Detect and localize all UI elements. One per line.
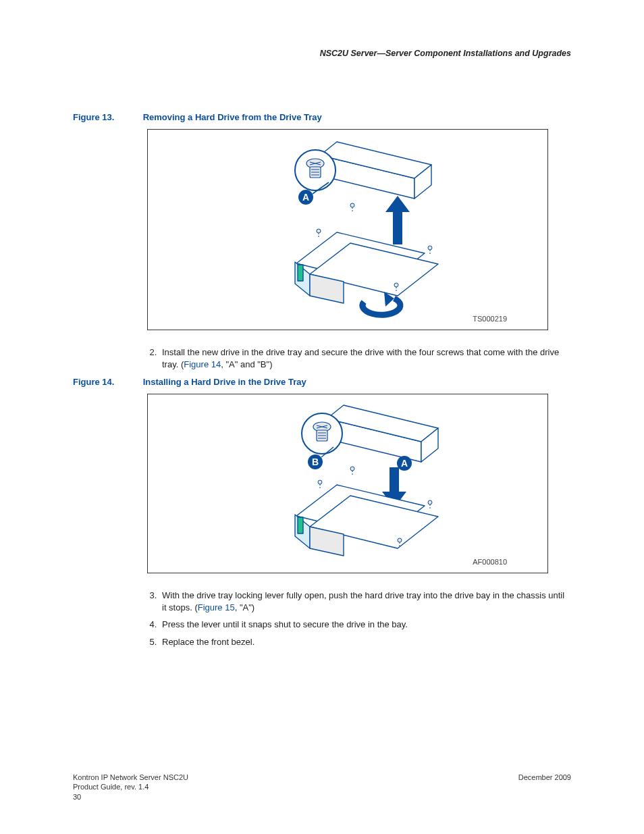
figure-14-link[interactable]: Figure 14 <box>184 359 221 369</box>
figure-13-number: Figure 13. <box>73 112 140 122</box>
step-5: Replace the front bezel. <box>159 636 571 648</box>
footer-date: December 2009 <box>518 773 571 782</box>
svg-point-17 <box>428 246 432 250</box>
footer-line2: Product Guide, rev. 1.4 <box>73 783 149 791</box>
step-4: Press the lever until it snaps shut to s… <box>159 619 571 631</box>
screw-detail-icon <box>295 150 336 190</box>
svg-point-13 <box>350 203 354 207</box>
step-3-text-b: , "A") <box>235 602 254 613</box>
step-2-text-b: , "A" and "B") <box>221 359 272 369</box>
footer-line1: Kontron IP Network Server NSC2U <box>73 773 188 781</box>
running-header: NSC2U Server—Server Component Installati… <box>73 49 571 58</box>
figure-14-diagram: B A <box>148 394 549 573</box>
figure-14-number: Figure 14. <box>73 377 140 387</box>
svg-rect-35 <box>298 517 303 533</box>
arrow-up-icon <box>385 196 410 244</box>
figure-14-caption: Figure 14. Installing a Hard Drive in th… <box>73 377 571 387</box>
svg-marker-11 <box>385 196 410 212</box>
step-2: Install the new drive in the drive tray … <box>159 346 571 370</box>
svg-point-36 <box>318 480 322 484</box>
screw-detail-icon <box>302 413 342 454</box>
footer-page: 30 <box>73 793 81 801</box>
figure-14-callout-b: B <box>312 457 319 467</box>
step-list-b: With the drive tray locking lever fully … <box>147 590 571 648</box>
figure-13-callout-a: A <box>302 192 309 203</box>
figure-13-caption: Figure 13. Removing a Hard Drive from th… <box>73 112 571 122</box>
step-3: With the drive tray locking lever fully … <box>159 590 571 613</box>
svg-point-38 <box>350 467 354 471</box>
figure-13-frame: A <box>147 129 548 330</box>
figure-14-callout-a: A <box>401 458 408 469</box>
svg-point-15 <box>317 229 321 233</box>
svg-rect-12 <box>298 265 303 281</box>
figure-13-diagram: A <box>148 130 549 330</box>
page-footer: December 2009 Kontron IP Network Server … <box>73 773 571 802</box>
svg-point-19 <box>394 283 398 287</box>
figure-13-code: TS000219 <box>473 315 507 323</box>
svg-point-42 <box>398 538 402 542</box>
figure-13-title: Removing a Hard Drive from the Drive Tra… <box>143 112 322 122</box>
figure-14-code: AF000810 <box>473 558 507 566</box>
figure-14-frame: B A <box>147 394 548 573</box>
figure-15-link[interactable]: Figure 15 <box>198 602 235 613</box>
svg-point-40 <box>428 500 432 504</box>
step-list-a: Install the new drive in the drive tray … <box>147 346 571 370</box>
figure-14-title: Installing a Hard Drive in the Drive Tra… <box>143 377 306 387</box>
